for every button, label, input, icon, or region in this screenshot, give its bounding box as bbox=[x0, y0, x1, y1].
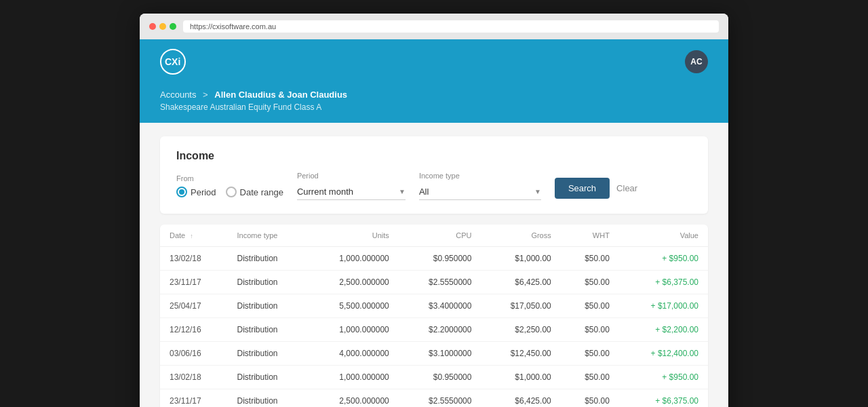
cell-units: 1,000.000000 bbox=[307, 247, 399, 271]
filter-buttons: Search Clear bbox=[555, 178, 637, 199]
cell-income-type: Distribution bbox=[228, 294, 307, 318]
table-row: 03/06/16 Distribution 4,000.000000 $3.10… bbox=[160, 342, 708, 366]
table-header-row: Date ↑ Income type Units CPU Gross WHT V… bbox=[160, 225, 708, 247]
cell-cpu: $2.5550000 bbox=[399, 389, 481, 408]
table-row: 23/11/17 Distribution 2,500.000000 $2.55… bbox=[160, 271, 708, 294]
browser-window: https://cxisoftware.com.au CXi AC Accoun… bbox=[140, 14, 728, 407]
table-body: 13/02/18 Distribution 1,000.000000 $0.95… bbox=[160, 247, 708, 408]
col-wht[interactable]: WHT bbox=[561, 225, 619, 247]
cell-gross: $2,250.00 bbox=[481, 318, 560, 342]
cell-units: 2,500.000000 bbox=[307, 389, 399, 408]
cell-income-type: Distribution bbox=[228, 389, 307, 408]
radio-period[interactable]: Period bbox=[176, 187, 216, 197]
from-label: From bbox=[176, 174, 283, 182]
radio-date-range[interactable]: Date range bbox=[226, 187, 283, 197]
period-select-value: Current month bbox=[297, 187, 399, 197]
cell-date: 23/11/17 bbox=[160, 389, 228, 408]
avatar[interactable]: AC bbox=[685, 50, 708, 73]
header-top: CXi AC bbox=[160, 39, 708, 84]
clear-button[interactable]: Clear bbox=[616, 183, 637, 193]
cell-cpu: $2.5550000 bbox=[399, 271, 481, 294]
cell-gross: $17,050.00 bbox=[481, 294, 560, 318]
cell-date: 25/04/17 bbox=[160, 294, 228, 318]
filter-card-title: Income bbox=[176, 150, 692, 162]
radio-period-label: Period bbox=[191, 187, 216, 197]
table-card: Date ↑ Income type Units CPU Gross WHT V… bbox=[160, 225, 708, 407]
col-cpu[interactable]: CPU bbox=[399, 225, 481, 247]
logo: CXi bbox=[160, 49, 186, 75]
cell-cpu: $3.4000000 bbox=[399, 294, 481, 318]
cell-gross: $6,425.00 bbox=[481, 271, 560, 294]
cell-wht: $50.00 bbox=[561, 294, 619, 318]
cell-units: 2,500.000000 bbox=[307, 271, 399, 294]
cell-value: + $6,375.00 bbox=[619, 389, 708, 408]
cell-cpu: $0.950000 bbox=[399, 247, 481, 271]
table-row: 13/02/18 Distribution 1,000.000000 $0.95… bbox=[160, 366, 708, 389]
col-gross[interactable]: Gross bbox=[481, 225, 560, 247]
cell-units: 5,500.000000 bbox=[307, 294, 399, 318]
col-date[interactable]: Date ↑ bbox=[160, 225, 228, 247]
browser-dots bbox=[149, 23, 176, 30]
cell-date: 12/12/16 bbox=[160, 318, 228, 342]
dot-minimize[interactable] bbox=[159, 23, 166, 30]
cell-units: 4,000.000000 bbox=[307, 342, 399, 366]
table-header: Date ↑ Income type Units CPU Gross WHT V… bbox=[160, 225, 708, 247]
table-row: 12/12/16 Distribution 1,000.000000 $2.20… bbox=[160, 318, 708, 342]
cell-date: 13/02/18 bbox=[160, 366, 228, 389]
period-label: Period bbox=[297, 172, 406, 180]
cell-cpu: $0.950000 bbox=[399, 366, 481, 389]
cell-value: + $950.00 bbox=[619, 247, 708, 271]
filter-group-from: From Period Date range bbox=[176, 174, 283, 197]
income-type-select[interactable]: All ▼ bbox=[419, 184, 541, 200]
table-row: 13/02/18 Distribution 1,000.000000 $0.95… bbox=[160, 247, 708, 271]
cell-cpu: $2.2000000 bbox=[399, 318, 481, 342]
col-units[interactable]: Units bbox=[307, 225, 399, 247]
cell-wht: $50.00 bbox=[561, 247, 619, 271]
cell-value: + $12,400.00 bbox=[619, 342, 708, 366]
cell-date: 23/11/17 bbox=[160, 271, 228, 294]
col-value[interactable]: Value bbox=[619, 225, 708, 247]
cell-income-type: Distribution bbox=[228, 366, 307, 389]
svg-text:CXi: CXi bbox=[165, 56, 180, 67]
breadcrumb-accounts-link[interactable]: Accounts bbox=[160, 90, 196, 100]
filter-card: Income From Period Date range bbox=[160, 136, 708, 214]
cell-wht: $50.00 bbox=[561, 366, 619, 389]
main-content: Income From Period Date range bbox=[140, 123, 728, 407]
cell-gross: $12,450.00 bbox=[481, 342, 560, 366]
radio-daterange-circle bbox=[226, 187, 237, 197]
income-type-label: Income type bbox=[419, 172, 541, 180]
period-select[interactable]: Current month ▼ bbox=[297, 184, 406, 200]
radio-period-circle bbox=[176, 187, 187, 197]
search-button[interactable]: Search bbox=[555, 178, 610, 199]
income-type-dropdown-arrow: ▼ bbox=[534, 188, 541, 195]
breadcrumb-area: Accounts > Allen Claudius & Joan Claudiu… bbox=[160, 84, 708, 123]
breadcrumb-current: Allen Claudius & Joan Claudius bbox=[214, 90, 347, 100]
breadcrumb: Accounts > Allen Claudius & Joan Claudiu… bbox=[160, 90, 708, 100]
filter-group-period: Period Current month ▼ bbox=[297, 172, 406, 200]
cell-value: + $2,200.00 bbox=[619, 318, 708, 342]
radio-group: Period Date range bbox=[176, 187, 283, 197]
cell-income-type: Distribution bbox=[228, 271, 307, 294]
sort-icon: ↑ bbox=[190, 233, 193, 239]
cell-date: 13/02/18 bbox=[160, 247, 228, 271]
account-subtitle: Shakespeare Australian Equity Fund Class… bbox=[160, 102, 708, 112]
dot-maximize[interactable] bbox=[170, 23, 176, 30]
cell-gross: $1,000.00 bbox=[481, 247, 560, 271]
address-bar[interactable]: https://cxisoftware.com.au bbox=[183, 20, 719, 33]
cell-date: 03/06/16 bbox=[160, 342, 228, 366]
table-row: 25/04/17 Distribution 5,500.000000 $3.40… bbox=[160, 294, 708, 318]
browser-chrome: https://cxisoftware.com.au bbox=[140, 14, 728, 39]
cell-units: 1,000.000000 bbox=[307, 318, 399, 342]
cell-wht: $50.00 bbox=[561, 389, 619, 408]
col-income-type[interactable]: Income type bbox=[228, 225, 307, 247]
cell-units: 1,000.000000 bbox=[307, 366, 399, 389]
cell-value: + $6,375.00 bbox=[619, 271, 708, 294]
breadcrumb-separator: > bbox=[203, 90, 210, 100]
cell-gross: $6,425.00 bbox=[481, 389, 560, 408]
logo-icon: CXi bbox=[160, 49, 186, 75]
cell-wht: $50.00 bbox=[561, 318, 619, 342]
filter-group-income-type: Income type All ▼ bbox=[419, 172, 541, 200]
dot-close[interactable] bbox=[149, 23, 156, 30]
cell-value: + $17,000.00 bbox=[619, 294, 708, 318]
cell-cpu: $3.1000000 bbox=[399, 342, 481, 366]
